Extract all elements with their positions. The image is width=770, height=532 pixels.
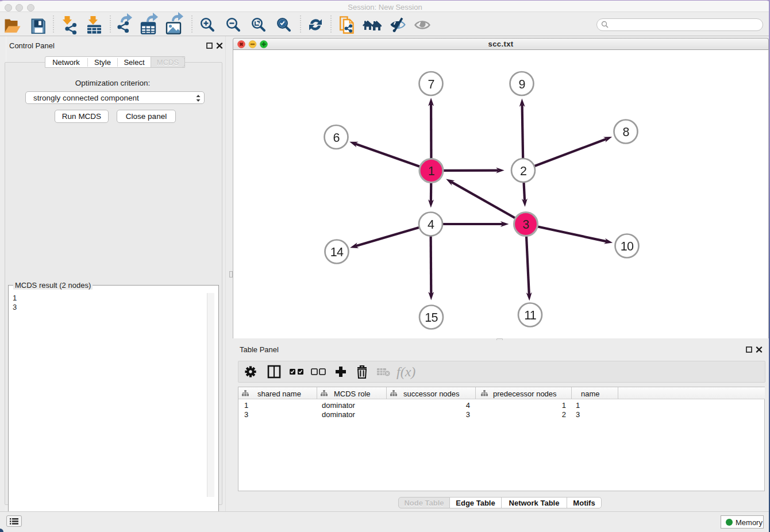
svg-text:4: 4 xyxy=(428,218,434,232)
svg-text:14: 14 xyxy=(330,245,344,259)
svg-text:8: 8 xyxy=(622,125,629,139)
svg-text:3: 3 xyxy=(522,218,529,232)
svg-text:9: 9 xyxy=(518,78,525,91)
svg-text:f(x): f(x) xyxy=(396,364,415,379)
svg-text:6: 6 xyxy=(333,131,340,145)
svg-text:15: 15 xyxy=(425,311,438,325)
svg-text:7: 7 xyxy=(428,78,434,91)
svg-text:10: 10 xyxy=(621,240,634,253)
svg-text:1: 1 xyxy=(428,164,434,178)
svg-text:11: 11 xyxy=(524,309,536,322)
svg-text:2: 2 xyxy=(520,164,526,178)
